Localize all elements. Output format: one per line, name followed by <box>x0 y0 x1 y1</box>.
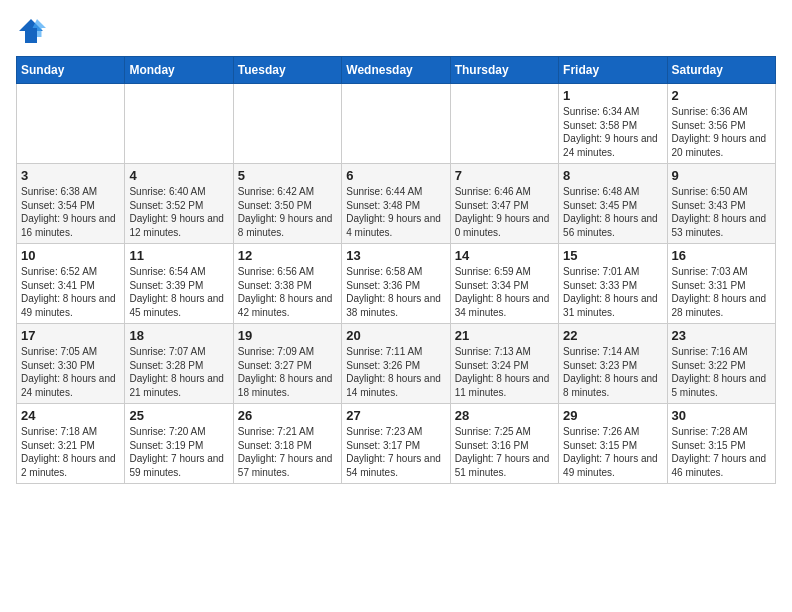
day-number: 24 <box>21 408 120 423</box>
day-info: Sunrise: 7:14 AM Sunset: 3:23 PM Dayligh… <box>563 345 662 399</box>
calendar-cell: 27Sunrise: 7:23 AM Sunset: 3:17 PM Dayli… <box>342 404 450 484</box>
calendar-cell: 24Sunrise: 7:18 AM Sunset: 3:21 PM Dayli… <box>17 404 125 484</box>
calendar-cell: 3Sunrise: 6:38 AM Sunset: 3:54 PM Daylig… <box>17 164 125 244</box>
weekday-header-tuesday: Tuesday <box>233 57 341 84</box>
day-info: Sunrise: 6:40 AM Sunset: 3:52 PM Dayligh… <box>129 185 228 239</box>
day-number: 22 <box>563 328 662 343</box>
calendar-cell: 23Sunrise: 7:16 AM Sunset: 3:22 PM Dayli… <box>667 324 775 404</box>
day-number: 12 <box>238 248 337 263</box>
day-number: 20 <box>346 328 445 343</box>
calendar-cell: 22Sunrise: 7:14 AM Sunset: 3:23 PM Dayli… <box>559 324 667 404</box>
day-number: 9 <box>672 168 771 183</box>
day-info: Sunrise: 7:07 AM Sunset: 3:28 PM Dayligh… <box>129 345 228 399</box>
day-info: Sunrise: 7:16 AM Sunset: 3:22 PM Dayligh… <box>672 345 771 399</box>
day-number: 16 <box>672 248 771 263</box>
day-info: Sunrise: 7:13 AM Sunset: 3:24 PM Dayligh… <box>455 345 554 399</box>
calendar-cell: 9Sunrise: 6:50 AM Sunset: 3:43 PM Daylig… <box>667 164 775 244</box>
weekday-header-row: SundayMondayTuesdayWednesdayThursdayFrid… <box>17 57 776 84</box>
day-number: 29 <box>563 408 662 423</box>
day-info: Sunrise: 6:56 AM Sunset: 3:38 PM Dayligh… <box>238 265 337 319</box>
day-number: 25 <box>129 408 228 423</box>
day-info: Sunrise: 7:01 AM Sunset: 3:33 PM Dayligh… <box>563 265 662 319</box>
logo <box>16 16 50 46</box>
day-info: Sunrise: 6:44 AM Sunset: 3:48 PM Dayligh… <box>346 185 445 239</box>
calendar-cell: 25Sunrise: 7:20 AM Sunset: 3:19 PM Dayli… <box>125 404 233 484</box>
calendar-cell: 5Sunrise: 6:42 AM Sunset: 3:50 PM Daylig… <box>233 164 341 244</box>
calendar-cell: 28Sunrise: 7:25 AM Sunset: 3:16 PM Dayli… <box>450 404 558 484</box>
calendar-cell: 14Sunrise: 6:59 AM Sunset: 3:34 PM Dayli… <box>450 244 558 324</box>
day-info: Sunrise: 7:05 AM Sunset: 3:30 PM Dayligh… <box>21 345 120 399</box>
calendar-cell: 21Sunrise: 7:13 AM Sunset: 3:24 PM Dayli… <box>450 324 558 404</box>
week-row-5: 24Sunrise: 7:18 AM Sunset: 3:21 PM Dayli… <box>17 404 776 484</box>
week-row-2: 3Sunrise: 6:38 AM Sunset: 3:54 PM Daylig… <box>17 164 776 244</box>
calendar-cell: 8Sunrise: 6:48 AM Sunset: 3:45 PM Daylig… <box>559 164 667 244</box>
weekday-header-friday: Friday <box>559 57 667 84</box>
day-info: Sunrise: 6:50 AM Sunset: 3:43 PM Dayligh… <box>672 185 771 239</box>
day-info: Sunrise: 6:54 AM Sunset: 3:39 PM Dayligh… <box>129 265 228 319</box>
calendar-cell <box>125 84 233 164</box>
calendar-cell: 20Sunrise: 7:11 AM Sunset: 3:26 PM Dayli… <box>342 324 450 404</box>
day-number: 23 <box>672 328 771 343</box>
calendar-cell: 30Sunrise: 7:28 AM Sunset: 3:15 PM Dayli… <box>667 404 775 484</box>
calendar-cell: 19Sunrise: 7:09 AM Sunset: 3:27 PM Dayli… <box>233 324 341 404</box>
day-info: Sunrise: 6:38 AM Sunset: 3:54 PM Dayligh… <box>21 185 120 239</box>
calendar-cell: 18Sunrise: 7:07 AM Sunset: 3:28 PM Dayli… <box>125 324 233 404</box>
day-number: 5 <box>238 168 337 183</box>
calendar-cell: 2Sunrise: 6:36 AM Sunset: 3:56 PM Daylig… <box>667 84 775 164</box>
day-number: 1 <box>563 88 662 103</box>
calendar-cell: 1Sunrise: 6:34 AM Sunset: 3:58 PM Daylig… <box>559 84 667 164</box>
week-row-4: 17Sunrise: 7:05 AM Sunset: 3:30 PM Dayli… <box>17 324 776 404</box>
weekday-header-thursday: Thursday <box>450 57 558 84</box>
calendar-cell <box>342 84 450 164</box>
calendar-cell: 16Sunrise: 7:03 AM Sunset: 3:31 PM Dayli… <box>667 244 775 324</box>
day-number: 27 <box>346 408 445 423</box>
calendar-cell: 17Sunrise: 7:05 AM Sunset: 3:30 PM Dayli… <box>17 324 125 404</box>
calendar-cell <box>233 84 341 164</box>
logo-icon <box>16 16 46 46</box>
weekday-header-sunday: Sunday <box>17 57 125 84</box>
day-number: 14 <box>455 248 554 263</box>
day-number: 18 <box>129 328 228 343</box>
weekday-header-monday: Monday <box>125 57 233 84</box>
calendar-cell: 26Sunrise: 7:21 AM Sunset: 3:18 PM Dayli… <box>233 404 341 484</box>
day-number: 15 <box>563 248 662 263</box>
day-info: Sunrise: 6:52 AM Sunset: 3:41 PM Dayligh… <box>21 265 120 319</box>
week-row-1: 1Sunrise: 6:34 AM Sunset: 3:58 PM Daylig… <box>17 84 776 164</box>
day-info: Sunrise: 6:42 AM Sunset: 3:50 PM Dayligh… <box>238 185 337 239</box>
day-number: 13 <box>346 248 445 263</box>
week-row-3: 10Sunrise: 6:52 AM Sunset: 3:41 PM Dayli… <box>17 244 776 324</box>
day-number: 6 <box>346 168 445 183</box>
day-number: 11 <box>129 248 228 263</box>
day-number: 7 <box>455 168 554 183</box>
calendar-cell: 29Sunrise: 7:26 AM Sunset: 3:15 PM Dayli… <box>559 404 667 484</box>
day-info: Sunrise: 6:48 AM Sunset: 3:45 PM Dayligh… <box>563 185 662 239</box>
day-info: Sunrise: 7:09 AM Sunset: 3:27 PM Dayligh… <box>238 345 337 399</box>
calendar-cell: 11Sunrise: 6:54 AM Sunset: 3:39 PM Dayli… <box>125 244 233 324</box>
day-info: Sunrise: 6:58 AM Sunset: 3:36 PM Dayligh… <box>346 265 445 319</box>
calendar-cell: 4Sunrise: 6:40 AM Sunset: 3:52 PM Daylig… <box>125 164 233 244</box>
calendar-cell <box>17 84 125 164</box>
calendar-cell: 7Sunrise: 6:46 AM Sunset: 3:47 PM Daylig… <box>450 164 558 244</box>
day-info: Sunrise: 7:25 AM Sunset: 3:16 PM Dayligh… <box>455 425 554 479</box>
day-info: Sunrise: 6:59 AM Sunset: 3:34 PM Dayligh… <box>455 265 554 319</box>
day-info: Sunrise: 7:03 AM Sunset: 3:31 PM Dayligh… <box>672 265 771 319</box>
calendar-cell <box>450 84 558 164</box>
day-number: 26 <box>238 408 337 423</box>
day-info: Sunrise: 6:34 AM Sunset: 3:58 PM Dayligh… <box>563 105 662 159</box>
day-info: Sunrise: 7:23 AM Sunset: 3:17 PM Dayligh… <box>346 425 445 479</box>
day-number: 3 <box>21 168 120 183</box>
day-info: Sunrise: 6:36 AM Sunset: 3:56 PM Dayligh… <box>672 105 771 159</box>
calendar-cell: 13Sunrise: 6:58 AM Sunset: 3:36 PM Dayli… <box>342 244 450 324</box>
calendar-table: SundayMondayTuesdayWednesdayThursdayFrid… <box>16 56 776 484</box>
day-number: 10 <box>21 248 120 263</box>
weekday-header-wednesday: Wednesday <box>342 57 450 84</box>
day-number: 19 <box>238 328 337 343</box>
day-info: Sunrise: 6:46 AM Sunset: 3:47 PM Dayligh… <box>455 185 554 239</box>
day-info: Sunrise: 7:18 AM Sunset: 3:21 PM Dayligh… <box>21 425 120 479</box>
day-number: 8 <box>563 168 662 183</box>
calendar-cell: 12Sunrise: 6:56 AM Sunset: 3:38 PM Dayli… <box>233 244 341 324</box>
day-number: 30 <box>672 408 771 423</box>
day-number: 28 <box>455 408 554 423</box>
calendar-cell: 10Sunrise: 6:52 AM Sunset: 3:41 PM Dayli… <box>17 244 125 324</box>
calendar-cell: 15Sunrise: 7:01 AM Sunset: 3:33 PM Dayli… <box>559 244 667 324</box>
